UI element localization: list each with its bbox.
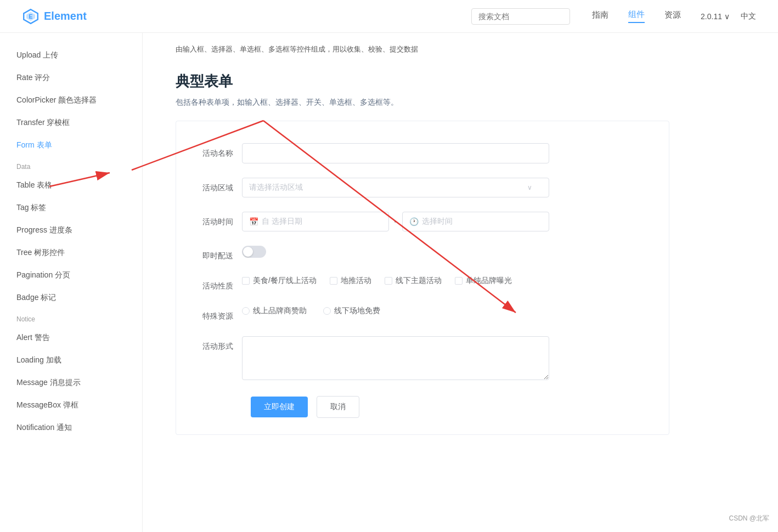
form-row-time: 活动时间 📅 自 选择日期 - 🕐 选择时间	[198, 212, 647, 231]
sidebar-section-notice: Notice	[0, 309, 142, 326]
select-region[interactable]: 请选择活动区域 ∨	[242, 178, 549, 197]
checkbox-box-brand	[455, 277, 463, 285]
textarea-format[interactable]	[242, 336, 549, 380]
logo: E Element	[22, 8, 87, 25]
checkbox-label-offline: 线下主题活动	[396, 276, 442, 286]
calendar-icon: 📅	[249, 217, 258, 226]
sidebar-item-messagebox[interactable]: MessageBox 弹框	[0, 394, 142, 416]
sidebar: Upload 上传 Rate 评分 ColorPicker 颜色选择器 Tran…	[0, 33, 143, 532]
sidebar-item-badge[interactable]: Badge 标记	[0, 286, 142, 309]
sidebar-item-rate[interactable]: Rate 评分	[0, 66, 142, 89]
checkbox-brand[interactable]: 单纯品牌曝光	[455, 276, 512, 286]
checkbox-ground[interactable]: 地推活动	[330, 276, 371, 286]
radio-circle-offline	[323, 307, 331, 315]
submit-button[interactable]: 立即创建	[251, 397, 308, 417]
form-card: 活动名称 活动区域 请选择活动区域 ∨ 活动时间	[176, 121, 669, 435]
sidebar-section-data: Data	[0, 156, 142, 174]
logo-text: Element	[44, 10, 87, 22]
checkbox-label-food: 美食/餐厅线上活动	[253, 276, 317, 286]
toggle-instant-delivery[interactable]	[242, 246, 266, 258]
sidebar-item-pagination[interactable]: Pagination 分页	[0, 264, 142, 286]
search-input[interactable]	[471, 8, 570, 25]
select-region-placeholder: 请选择活动区域	[249, 183, 303, 193]
time-placeholder: 选择时间	[422, 217, 453, 227]
date-time-dash: -	[394, 217, 397, 226]
nav: 指南 组件 资源	[592, 9, 681, 23]
radio-label-online: 线上品牌商赞助	[253, 306, 307, 316]
control-name	[242, 143, 549, 164]
radio-offline-venue[interactable]: 线下场地免费	[323, 306, 380, 316]
nav-guide[interactable]: 指南	[592, 10, 608, 22]
language-selector[interactable]: 中文	[741, 12, 756, 21]
cancel-button[interactable]: 取消	[317, 396, 359, 418]
sidebar-item-notification[interactable]: Notification 通知	[0, 416, 142, 439]
label-time: 活动时间	[198, 212, 242, 228]
chevron-down-icon: ∨	[527, 184, 532, 191]
header: E Element 指南 组件 资源 2.0.11 ∨ 中文	[0, 0, 778, 33]
layout: Upload 上传 Rate 评分 ColorPicker 颜色选择器 Tran…	[0, 33, 778, 532]
sidebar-item-tree[interactable]: Tree 树形控件	[0, 241, 142, 264]
checkbox-group-nature: 美食/餐厅线上活动 地推活动 线下主题活动 单纯品牌曝光	[242, 276, 549, 286]
version-selector[interactable]: 2.0.11 ∨	[701, 12, 730, 21]
checkbox-box-ground	[330, 277, 337, 285]
breadcrumb-desc: 由输入框、选择器、单选框、多选框等控件组成，用以收集、校验、提交数据	[176, 44, 745, 55]
label-name: 活动名称	[198, 143, 242, 159]
checkbox-box-offline	[385, 277, 392, 285]
sidebar-item-message[interactable]: Message 消息提示	[0, 371, 142, 394]
form-actions: 立即创建 取消	[198, 396, 647, 418]
sidebar-item-progress[interactable]: Progress 进度条	[0, 219, 142, 241]
toggle-knob	[243, 247, 253, 257]
form-row-nature: 活动性质 美食/餐厅线上活动 地推活动 线下主题活动	[198, 276, 647, 292]
main-content: 由输入框、选择器、单选框、多选框等控件组成，用以收集、校验、提交数据 典型表单 …	[143, 33, 778, 532]
sidebar-item-form[interactable]: Form 表单	[0, 134, 142, 156]
label-format: 活动形式	[198, 336, 242, 352]
label-instant: 即时配送	[198, 246, 242, 262]
checkbox-box-food	[242, 277, 250, 285]
radio-group-special: 线上品牌商赞助 线下场地免费	[242, 306, 549, 316]
label-special: 特殊资源	[198, 306, 242, 322]
sidebar-item-transfer[interactable]: Transfer 穿梭框	[0, 111, 142, 134]
label-region: 活动区域	[198, 178, 242, 194]
clock-icon: 🕐	[409, 217, 419, 226]
watermark: CSDN @北军	[729, 514, 769, 523]
control-region: 请选择活动区域 ∨	[242, 178, 549, 197]
form-row-format: 活动形式	[198, 336, 647, 382]
version-arrow-icon: ∨	[724, 12, 730, 21]
sidebar-item-colorpicker[interactable]: ColorPicker 颜色选择器	[0, 89, 142, 111]
input-activity-name[interactable]	[242, 143, 549, 164]
nav-resource[interactable]: 资源	[664, 10, 681, 22]
date-picker[interactable]: 📅 自 选择日期	[242, 212, 389, 231]
date-placeholder: 自 选择日期	[262, 217, 302, 227]
control-instant	[242, 246, 549, 258]
control-time: 📅 自 选择日期 - 🕐 选择时间	[242, 212, 549, 231]
checkbox-label-brand: 单纯品牌曝光	[466, 276, 512, 286]
sidebar-item-loading[interactable]: Loading 加载	[0, 349, 142, 371]
form-row-name: 活动名称	[198, 143, 647, 164]
checkbox-offline[interactable]: 线下主题活动	[385, 276, 442, 286]
checkbox-label-ground: 地推活动	[341, 276, 371, 286]
sidebar-item-alert[interactable]: Alert 警告	[0, 326, 142, 349]
version-text: 2.0.11	[701, 12, 722, 21]
section-desc: 包括各种表单项，如输入框、选择器、开关、单选框、多选框等。	[176, 98, 745, 107]
radio-online-brand[interactable]: 线上品牌商赞助	[242, 306, 307, 316]
control-format	[242, 336, 549, 382]
radio-circle-online	[242, 307, 250, 315]
logo-icon: E	[22, 8, 40, 25]
label-nature: 活动性质	[198, 276, 242, 292]
sidebar-item-table[interactable]: Table 表格	[0, 174, 142, 196]
form-row-instant: 即时配送	[198, 246, 647, 262]
sidebar-item-tag[interactable]: Tag 标签	[0, 196, 142, 219]
time-picker[interactable]: 🕐 选择时间	[402, 212, 549, 231]
radio-label-offline: 线下场地免费	[334, 306, 380, 316]
checkbox-food[interactable]: 美食/餐厅线上活动	[242, 276, 317, 286]
control-nature: 美食/餐厅线上活动 地推活动 线下主题活动 单纯品牌曝光	[242, 276, 549, 286]
form-row-special: 特殊资源 线上品牌商赞助 线下场地免费	[198, 306, 647, 322]
page-title: 典型表单	[176, 72, 745, 91]
svg-text:E: E	[29, 14, 33, 20]
control-special: 线上品牌商赞助 线下场地免费	[242, 306, 549, 316]
form-row-region: 活动区域 请选择活动区域 ∨	[198, 178, 647, 197]
nav-component[interactable]: 组件	[628, 9, 645, 23]
sidebar-item-upload[interactable]: Upload 上传	[0, 44, 142, 66]
